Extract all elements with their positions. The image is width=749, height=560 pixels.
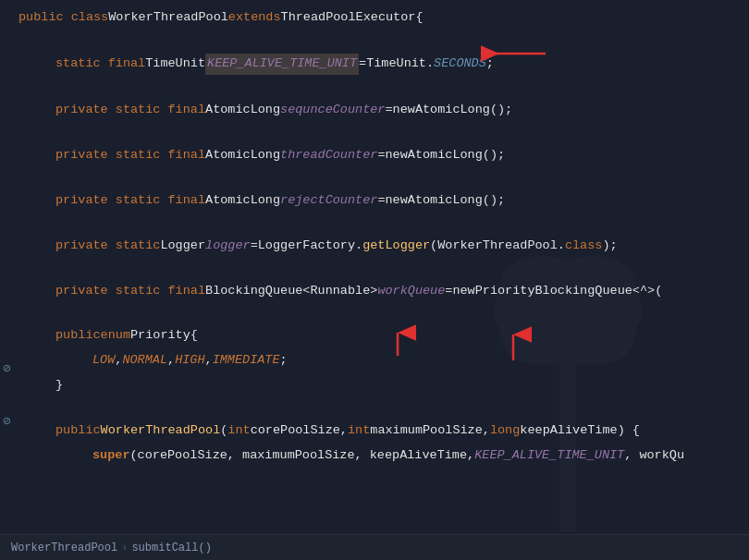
code-token: =LoggerFactory. (251, 237, 363, 256)
code-line-18 (0, 398, 749, 419)
code-token: NORMAL (122, 351, 167, 371)
code-line-6 (0, 123, 749, 143)
code-token: WorkerThreadPool (108, 8, 228, 28)
code-token: AtomicLong (415, 101, 490, 120)
code-token: IMMEDIATE (213, 351, 280, 371)
code-token: rejectCounter (280, 191, 377, 211)
code-line-7: private static final AtomicLong threadCo… (0, 143, 749, 168)
code-token: <^>( (632, 282, 662, 301)
code-line-10 (0, 213, 749, 234)
code-line-14 (0, 303, 749, 323)
code-token: private static (55, 237, 160, 256)
code-token: logger (205, 237, 251, 256)
code-token: (); (483, 191, 505, 211)
code-token: public (55, 326, 101, 346)
code-token: AtomicLong (205, 146, 280, 165)
code-token: private static final (55, 282, 205, 301)
code-line-1: public class WorkerThreadPool extends Th… (0, 6, 749, 30)
code-token: workQueue (377, 282, 445, 301)
code-token: long (490, 421, 520, 441)
code-line-4 (0, 78, 749, 98)
code-token: keepAliveTime) { (520, 421, 640, 441)
code-token: AtomicLong (408, 146, 483, 165)
code-token: KEEP_ALIVE_TIME_UNIT (474, 446, 624, 466)
gutter-icon-2: ⊘ (3, 413, 10, 429)
code-token: getLogger (362, 237, 430, 256)
code-line-9: private static final AtomicLong rejectCo… (0, 189, 749, 213)
code-token: WorkerThreadPool (101, 421, 221, 441)
code-token: private static final (55, 101, 205, 120)
code-token: extends (228, 8, 281, 28)
code-token: threadCounter (280, 146, 377, 165)
code-token: } (55, 376, 63, 396)
code-line-12 (0, 259, 749, 279)
code-token: public (55, 421, 101, 441)
code-token: <Runnable> (302, 282, 377, 301)
code-token: , (167, 351, 175, 371)
code-token: (WorkerThreadPool. (430, 237, 565, 256)
code-token: =new (445, 282, 474, 301)
code-token: static final (55, 55, 145, 74)
code-token: SECONDS (434, 55, 486, 74)
code-line-16: LOW, NORMAL, HIGH, IMMEDIATE; (0, 348, 749, 373)
code-token: Logger (160, 237, 205, 256)
code-token: ; (486, 55, 494, 74)
code-line-13: private static final BlockingQueue<Runna… (0, 279, 749, 304)
code-token: ); (602, 237, 617, 256)
code-line-15: public enum Priority { (0, 323, 749, 348)
code-token: =new (377, 191, 407, 211)
code-line-20: super(corePoolSize, maximumPoolSize, kee… (0, 444, 749, 469)
breadcrumb-method: submitCall() (131, 542, 211, 554)
code-token: (corePoolSize, maximumPoolSize, keepAliv… (130, 446, 475, 466)
code-token: ; (280, 351, 288, 371)
code-editor: public class WorkerThreadPool extends Th… (0, 0, 749, 530)
code-token: , (205, 351, 213, 371)
code-token: TimeUnit (145, 55, 205, 74)
code-line-3: static final TimeUnit KEEP_ALIVE_TIME_UN… (0, 51, 749, 78)
code-token: super (92, 446, 130, 466)
code-token: AtomicLong (205, 191, 280, 211)
code-line-17: } (0, 373, 749, 398)
code-line-19: public WorkerThreadPool(int corePoolSize… (0, 419, 749, 444)
code-line-8 (0, 168, 749, 189)
breadcrumb-separator: › (121, 542, 128, 554)
code-token: maximumPoolSize, (370, 421, 490, 441)
code-token: Priority (130, 326, 190, 346)
code-token: { (190, 326, 198, 346)
code-line-11: private static Logger logger=LoggerFacto… (0, 234, 749, 259)
code-token: int (227, 421, 250, 441)
breadcrumb-bar: WorkerThreadPool › submitCall() (0, 534, 749, 560)
code-token: =TimeUnit. (359, 55, 434, 74)
code-token: HIGH (175, 351, 204, 371)
code-token: { (415, 8, 423, 28)
code-token: private static final (55, 191, 205, 211)
code-token: BlockingQueue (205, 282, 302, 301)
code-token: private static final (55, 146, 205, 165)
code-token: AtomicLong (408, 191, 483, 211)
code-token: public class (18, 8, 108, 28)
code-token: (); (490, 101, 512, 120)
code-token: LOW (92, 351, 115, 371)
code-token: int (348, 421, 370, 441)
code-token: AtomicLong (205, 101, 280, 120)
code-token: ThreadPoolExecutor (281, 8, 416, 28)
code-token: =new (377, 146, 407, 165)
code-token: PriorityBlockingQueue (475, 282, 632, 301)
code-token: , (115, 351, 122, 371)
code-token: ( (220, 421, 227, 441)
code-token: enum (101, 326, 130, 346)
code-token: corePoolSize, (251, 421, 348, 441)
code-token: KEEP_ALIVE_TIME_UNIT (205, 54, 359, 75)
code-token: (); (483, 146, 505, 165)
code-line-2 (0, 30, 749, 51)
code-token: , workQu (624, 446, 684, 466)
gutter-icon-1: ⊘ (3, 360, 10, 376)
code-token: =new (385, 101, 414, 120)
code-line-5: private static final AtomicLong sequnceC… (0, 98, 749, 123)
code-token: class (565, 237, 603, 256)
code-token: sequnceCounter (280, 101, 385, 120)
breadcrumb-class: WorkerThreadPool (11, 542, 117, 554)
